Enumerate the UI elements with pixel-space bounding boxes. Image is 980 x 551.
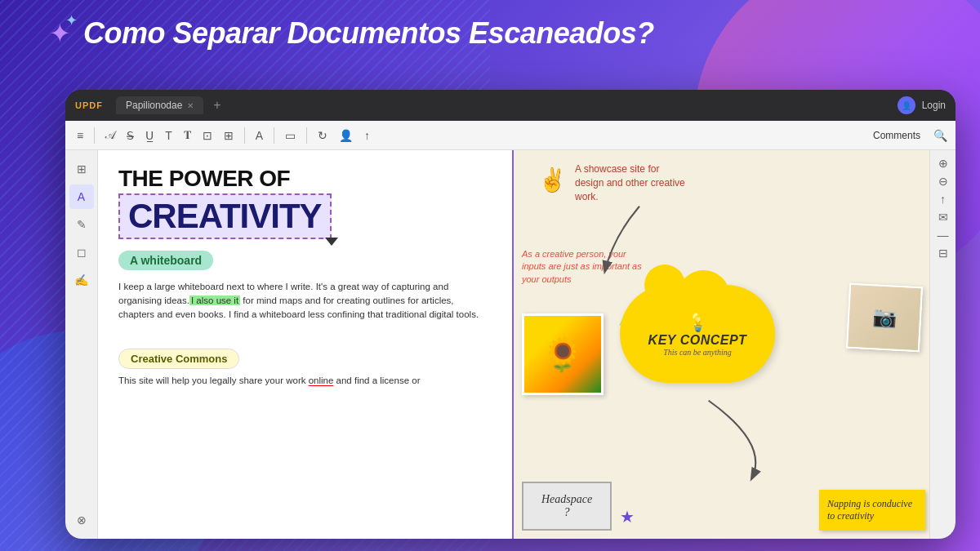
toolbar-box-icon[interactable]: ⊡: [199, 127, 216, 144]
toolbar: ≡ 𝒜 S̶ U̲ T 𝐓 ⊡ ⊞ A ▭ ↻ 👤 ↑ Comments 🔍: [65, 121, 956, 150]
doc-body-paragraph-2: This site will help you legally share yo…: [118, 374, 492, 388]
toolbar-grid-icon[interactable]: ⊞: [220, 127, 237, 144]
sidebar-highlight-icon[interactable]: A: [69, 184, 94, 209]
creative-commons-badge: Creative Commons: [118, 349, 239, 369]
photos-collage: 📷: [848, 285, 925, 362]
title-bar-right: 👤 Login: [898, 96, 946, 114]
doc-power-of-title: THE POWER OF: [118, 167, 492, 192]
sidebar-layers-icon[interactable]: ⊗: [69, 508, 94, 532]
cursor-icon: [325, 238, 338, 246]
headspace-question: ?: [564, 506, 570, 519]
bulb-emoji: 💡: [687, 312, 709, 333]
toolbar-text2-icon[interactable]: 𝐓: [180, 126, 194, 144]
headspace-label: Headspace: [541, 493, 592, 506]
doc-page-right: ✌️ A showcase site for design and other …: [514, 150, 929, 539]
whiteboard-badge: A whiteboard: [118, 251, 213, 270]
sidebar-sign-icon[interactable]: ✍: [69, 268, 94, 292]
tab-add-button[interactable]: +: [213, 98, 220, 113]
separator-4: [306, 127, 307, 144]
toolbar-t-icon[interactable]: T: [162, 127, 176, 144]
napping-note: Napping is conducive to creativity: [819, 490, 925, 531]
updf-logo: UPDF: [75, 100, 103, 110]
toolbar-rect-icon[interactable]: ▭: [282, 127, 299, 144]
cloud-shape: 💡 KEY CONCEPT This can be anything: [620, 285, 775, 383]
right-panel-upload-icon[interactable]: ⊖: [938, 175, 948, 188]
title-bar: UPDF Papilionodae ✕ + 👤 Login: [65, 90, 956, 121]
separator-2: [244, 127, 245, 144]
user-avatar: 👤: [898, 96, 915, 114]
sketch-content: ✌️ A showcase site for design and other …: [514, 150, 929, 539]
showcase-text: A showcase site for design and other cre…: [575, 162, 689, 203]
right-panel: ⊕ ⊖ ↑ ✉ — ⊟: [929, 150, 956, 539]
toolbar-text-icon[interactable]: ≡: [74, 127, 87, 144]
doc-page-left: THE POWER OF CREATIVITY A whiteboard I k…: [98, 150, 514, 539]
toolbar-rotate-icon[interactable]: ↻: [314, 127, 331, 144]
tab-close-button[interactable]: ✕: [187, 101, 194, 110]
toolbar-arrow-icon[interactable]: ↑: [361, 127, 373, 144]
cloud-title: KEY CONCEPT: [648, 333, 747, 348]
right-panel-minus-icon[interactable]: —: [938, 229, 949, 242]
document-content: THE POWER OF CREATIVITY A whiteboard I k…: [98, 150, 929, 539]
toolbar-strikethrough-icon[interactable]: S̶: [123, 127, 137, 144]
right-panel-download-icon[interactable]: ⊕: [938, 157, 948, 170]
cloud-subtitle: This can be anything: [663, 348, 732, 357]
login-button[interactable]: Login: [922, 100, 946, 111]
right-panel-share-icon[interactable]: ↑: [940, 193, 946, 206]
sidebar-pages-icon[interactable]: ⊞: [69, 157, 94, 181]
toolbar-user-icon[interactable]: 👤: [336, 127, 356, 144]
toolbar-pen-icon[interactable]: 𝒜: [102, 126, 118, 144]
content-area: ⊞ A ✎ ◻ ✍ ⊗ THE POWER OF CREATIVITY A wh…: [65, 150, 956, 539]
headspace-note: Headspace ?: [522, 482, 612, 531]
sparkle-decoration: [49, 18, 71, 49]
right-panel-lock-icon[interactable]: ⊟: [938, 247, 948, 260]
star-decoration: ★: [620, 507, 635, 527]
doc-creativity-title: CREATIVITY: [118, 193, 332, 239]
left-sidebar: ⊞ A ✎ ◻ ✍ ⊗: [65, 150, 98, 539]
sunflower-photo: 🌻: [522, 313, 604, 395]
photo-stack: 📷: [846, 283, 923, 353]
search-icon[interactable]: 🔍: [933, 129, 947, 142]
right-panel-email-icon[interactable]: ✉: [938, 211, 948, 224]
peace-hand-emoji: ✌️: [538, 167, 567, 193]
doc-body-paragraph-1: I keep a large whiteboard next to where …: [118, 280, 492, 322]
sidebar-stamp-icon[interactable]: ◻: [69, 240, 94, 264]
separator-3: [274, 127, 274, 144]
highlighted-text: I also use it: [189, 295, 240, 305]
sidebar-comment-icon[interactable]: ✎: [69, 212, 94, 237]
underlined-online: online: [309, 375, 334, 385]
creative-italic-text: As a creative person, your inputs are ju…: [522, 248, 653, 286]
header: Como Separar Documentos Escaneados?: [0, 16, 980, 51]
separator-1: [94, 127, 95, 144]
page-title: Como Separar Documentos Escaneados?: [83, 16, 654, 51]
toolbar-highlight-icon[interactable]: A: [252, 127, 266, 144]
toolbar-underline-icon[interactable]: U̲: [142, 127, 157, 144]
comments-label[interactable]: Comments: [873, 130, 920, 141]
document-tab[interactable]: Papilionodae ✕: [116, 96, 203, 114]
device-frame: UPDF Papilionodae ✕ + 👤 Login ≡ 𝒜 S̶ U̲ …: [65, 90, 956, 539]
tab-label: Papilionodae: [126, 100, 182, 111]
